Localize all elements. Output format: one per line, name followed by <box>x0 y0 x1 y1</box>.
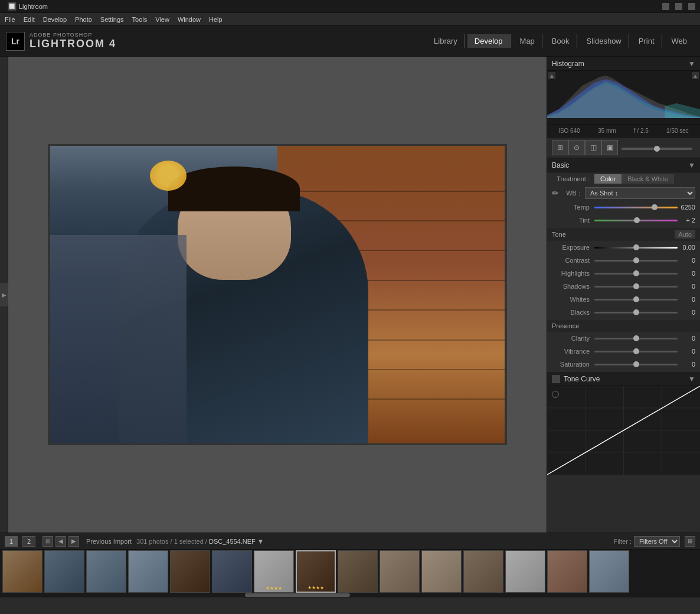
contrast-slider[interactable] <box>594 256 678 264</box>
compare-tool-btn[interactable]: ◫ <box>585 140 601 155</box>
vibrance-row: Vibrance 0 <box>547 345 700 358</box>
main-area: ▶ <box>0 57 700 533</box>
film-thumb-8-selected[interactable]: ★★★★ <box>296 550 336 593</box>
filter-select[interactable]: Filters Off Flagged Rated <box>634 536 680 547</box>
grid-view-btn[interactable]: ⊞ <box>42 536 53 547</box>
menu-photo[interactable]: Photo <box>75 16 92 23</box>
shadows-value: 0 <box>678 283 695 290</box>
film-thumb-14[interactable] <box>547 550 587 593</box>
menu-settings[interactable]: Settings <box>100 16 124 23</box>
tone-curve-canvas <box>547 386 700 475</box>
tab-slideshow[interactable]: Slideshow <box>580 34 629 48</box>
exposure-slider[interactable] <box>594 243 678 252</box>
auto-btn[interactable]: Auto <box>675 230 695 239</box>
tint-slider[interactable] <box>594 216 678 224</box>
import-label: Previous Import <box>86 538 132 545</box>
presence-header: Presence <box>547 320 700 332</box>
tab-map[interactable]: Map <box>513 34 542 48</box>
thumb-8-stars: ★★★★ <box>297 585 335 590</box>
shadows-slider[interactable] <box>594 282 678 290</box>
film-thumb-2[interactable] <box>44 550 84 593</box>
vibrance-slider[interactable] <box>594 347 678 355</box>
whites-slider[interactable] <box>594 295 678 303</box>
photo-viewer <box>8 57 547 533</box>
film-thumb-1[interactable] <box>2 550 42 593</box>
histogram-title: Histogram <box>552 60 584 68</box>
bw-btn[interactable]: Black & White <box>622 174 673 184</box>
treatment-label: Treatment : <box>552 175 594 182</box>
whites-row: Whites 0 <box>547 293 700 306</box>
menu-view[interactable]: View <box>155 16 169 23</box>
right-panel: Histogram ▼ ▲ ▲ <box>547 57 700 533</box>
filter-label: Filter : <box>613 538 632 545</box>
tab-develop[interactable]: Develop <box>467 34 511 48</box>
tab-library[interactable]: Library <box>427 34 465 48</box>
menu-help[interactable]: Help <box>209 16 223 23</box>
film-thumb-4[interactable] <box>128 550 168 593</box>
filmstrip-photos: ★★★★ ★★★★ <box>0 550 700 593</box>
tint-label: Tint <box>552 217 594 224</box>
menu-window[interactable]: Window <box>178 16 201 23</box>
clarity-slider[interactable] <box>594 334 678 342</box>
grid-tool-btn[interactable]: ⊞ <box>552 140 568 155</box>
tab-book[interactable]: Book <box>545 34 577 48</box>
menu-tools[interactable]: Tools <box>132 16 148 23</box>
wb-label: WB : <box>561 190 585 197</box>
survey-tool-btn[interactable]: ▣ <box>601 140 618 155</box>
app-title: Lightroom <box>19 3 48 10</box>
page-2-btn[interactable]: 2 <box>22 536 35 547</box>
film-thumb-5[interactable] <box>170 550 210 593</box>
film-thumb-15[interactable] <box>589 550 629 593</box>
film-thumb-10[interactable] <box>380 550 420 593</box>
film-thumb-7[interactable]: ★★★★ <box>254 550 294 593</box>
tab-print[interactable]: Print <box>632 34 662 48</box>
next-btn[interactable]: ▶ <box>68 536 79 547</box>
wb-select[interactable]: As Shot ↕ Auto Daylight Cloudy Shade <box>585 187 695 199</box>
tint-row: Tint + 2 <box>547 214 700 227</box>
scrollbar-thumb[interactable] <box>245 593 350 597</box>
film-thumb-3[interactable] <box>86 550 126 593</box>
tone-curve-collapse-icon[interactable]: ▼ <box>688 375 695 383</box>
window-controls <box>660 3 695 10</box>
film-thumb-6[interactable] <box>212 550 252 593</box>
eyedropper-icon[interactable]: ✏ <box>552 188 559 198</box>
shadows-row: Shadows 0 <box>547 280 700 293</box>
filmstrip-scrollbar[interactable] <box>0 593 700 597</box>
vibrance-label: Vibrance <box>552 348 594 355</box>
prev-btn[interactable]: ◀ <box>55 536 66 547</box>
saturation-label: Saturation <box>552 361 594 368</box>
film-thumb-9[interactable] <box>338 550 378 593</box>
basic-title: Basic <box>552 161 569 169</box>
color-btn[interactable]: Color <box>594 174 622 184</box>
temp-row: Temp 6250 <box>547 201 700 214</box>
tone-curve-toggle[interactable] <box>552 375 560 383</box>
temp-slider[interactable] <box>594 203 678 211</box>
saturation-slider[interactable] <box>594 360 678 368</box>
film-thumb-13[interactable] <box>505 550 545 593</box>
contrast-value: 0 <box>678 257 695 264</box>
menu-edit[interactable]: Edit <box>24 16 35 23</box>
histogram-meta: ISO 640 35 mm f / 2.5 1/50 sec <box>547 124 700 137</box>
film-thumb-11[interactable] <box>421 550 462 593</box>
menu-file[interactable]: File <box>5 16 15 23</box>
page-1-btn[interactable]: 1 <box>5 536 18 547</box>
left-panel-toggle[interactable]: ▶ <box>0 283 8 306</box>
film-thumb-12[interactable] <box>463 550 503 593</box>
vibrance-value: 0 <box>678 348 695 355</box>
highlights-slider[interactable] <box>594 269 678 277</box>
basic-collapse-icon[interactable]: ▼ <box>688 161 695 169</box>
histogram-collapse-icon[interactable]: ▼ <box>688 60 695 68</box>
highlights-row: Highlights 0 <box>547 267 700 280</box>
tone-curve-graph <box>547 386 700 475</box>
meta-shutter: 1/50 sec <box>666 128 689 134</box>
histogram-canvas: ▲ ▲ <box>547 71 700 124</box>
shadows-label: Shadows <box>552 283 594 290</box>
loupe-tool-btn[interactable]: ⊙ <box>568 140 585 155</box>
menu-develop[interactable]: Develop <box>43 16 67 23</box>
basic-section: Basic ▼ Treatment : Color Black & White … <box>547 158 700 371</box>
blacks-slider[interactable] <box>594 308 678 316</box>
expand-filmstrip-btn[interactable]: ⊞ <box>685 536 695 547</box>
zoom-slider[interactable] <box>622 148 692 150</box>
tab-web[interactable]: Web <box>665 34 695 48</box>
point-toggle[interactable] <box>552 391 559 398</box>
